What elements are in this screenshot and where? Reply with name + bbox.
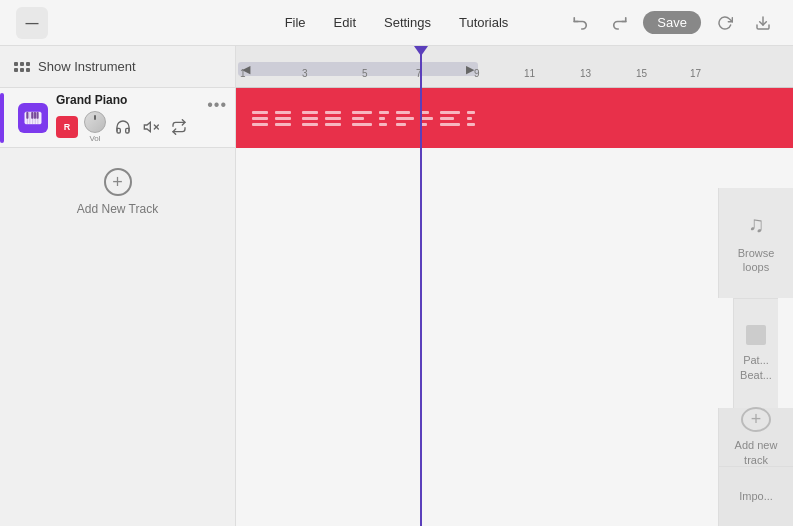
menu-file[interactable]: File [281,13,310,32]
browse-area: ♫ Browse loops Pat... Beat... [718,188,793,408]
track-info: Grand Piano R Vol [56,93,225,143]
browse-loops-label: Browse loops [738,246,775,275]
undo-button[interactable] [567,9,595,37]
volume-knob[interactable]: Vol [84,111,106,143]
svg-rect-11 [36,112,38,119]
playhead-head [414,46,428,56]
svg-rect-10 [34,112,36,119]
ruler[interactable]: ◀ ▶ 1 3 5 7 9 11 13 15 17 [236,46,793,88]
ruler-mark-5: 5 [362,68,394,79]
grid-icon [14,62,30,72]
ruler-mark-9: 9 [474,68,506,79]
add-track-icon: + [104,168,132,196]
mute-button[interactable] [140,116,162,138]
import-button[interactable]: Impo... [719,467,793,526]
browse-patterns-button[interactable]: Pat... Beat... [733,298,778,408]
show-instrument-label: Show Instrument [38,59,136,74]
add-new-track-button[interactable]: + Add new track [719,408,793,467]
topbar-center: File Edit Settings Tutorials [281,13,513,32]
track-name: Grand Piano [56,93,225,107]
ruler-mark-17: 17 [690,68,726,79]
save-button[interactable]: Save [643,11,701,34]
add-track-label: Add New Track [77,202,158,216]
refresh-button[interactable] [711,9,739,37]
track-more-button[interactable]: ••• [207,96,227,114]
patterns-icon [746,325,766,345]
ruler-mark-7: 7 [416,68,448,79]
ruler-mark-15: 15 [636,68,672,79]
topbar: — File Edit Settings Tutorials Save [0,0,793,46]
track-row: Grand Piano R Vol [0,88,235,148]
download-button[interactable] [749,9,777,37]
add-track-import-panel: + Add new track Impo... [718,408,793,526]
import-label: Impo... [739,489,773,503]
loop-button[interactable] [168,116,190,138]
svg-rect-9 [31,112,33,119]
track-controls: R Vol [56,111,225,143]
sidebar: Show Instrument [0,46,236,526]
redo-button[interactable] [605,9,633,37]
logo-icon[interactable]: — [16,7,48,39]
track-color-bar [0,93,4,143]
menu-settings[interactable]: Settings [380,13,435,32]
midi-pattern [236,111,793,126]
topbar-left: — [16,7,48,39]
ruler-mark-3: 3 [302,68,334,79]
add-track-plus-icon: + [741,407,771,432]
ruler-mark-1: 1 [240,68,272,79]
svg-marker-12 [144,122,150,131]
add-track-browse-label: Add new track [735,438,778,467]
browse-patterns-label: Pat... Beat... [740,353,772,382]
ruler-mark-11: 11 [524,68,560,79]
browse-loops-icon: ♫ [748,212,765,238]
add-track-area[interactable]: + Add New Track [0,148,235,526]
menu-edit[interactable]: Edit [330,13,360,32]
headphone-button[interactable] [112,116,134,138]
ruler-mark-13: 13 [580,68,616,79]
track-segment-area [236,88,793,148]
show-instrument-button[interactable]: Show Instrument [0,46,235,88]
svg-rect-8 [26,112,28,119]
track-segment[interactable] [236,88,793,148]
menu-tutorials[interactable]: Tutorials [455,13,512,32]
timeline-content: ◀ ▶ 1 3 5 7 9 11 13 15 17 [236,46,793,526]
browse-loops-button[interactable]: ♫ Browse loops [718,188,793,298]
record-button[interactable]: R [56,116,78,138]
topbar-right: Save [567,9,777,37]
track-instrument-icon[interactable] [18,103,48,133]
empty-track-area: ♫ Browse loops Pat... Beat... + Add new … [236,148,793,526]
main-area: Show Instrument [0,46,793,526]
